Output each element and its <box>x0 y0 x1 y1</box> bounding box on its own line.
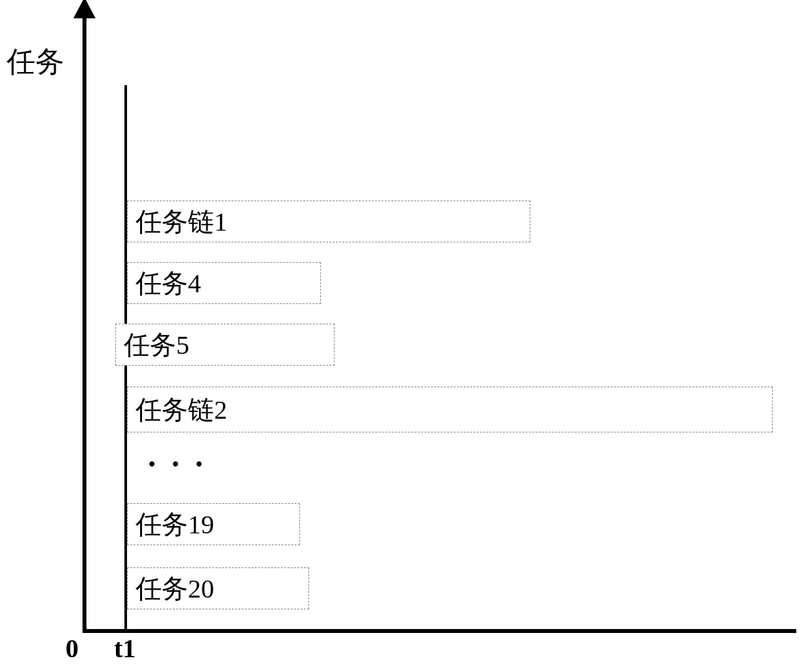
bar-task-chain-2: 任务链2 <box>127 387 773 432</box>
x-axis-line <box>83 629 796 633</box>
bar-label: 任务链2 <box>136 392 227 428</box>
bar-task-chain-1: 任务链1 <box>127 201 530 242</box>
bar-task-20: 任务20 <box>127 567 309 609</box>
bar-label: 任务19 <box>136 507 214 543</box>
x-tick-origin: 0 <box>65 633 79 664</box>
ellipsis-icon: . . . <box>148 438 207 474</box>
bar-label: 任务链1 <box>136 204 227 240</box>
bar-task-5: 任务5 <box>115 324 335 366</box>
bar-label: 任务20 <box>136 571 214 607</box>
y-axis-line <box>83 13 86 632</box>
x-tick-t1: t1 <box>114 633 136 664</box>
y-axis-label: 任务 <box>7 43 64 81</box>
bar-label: 任务4 <box>136 265 201 301</box>
bar-task-4: 任务4 <box>127 262 321 304</box>
bar-task-19: 任务19 <box>127 503 300 545</box>
bar-label: 任务5 <box>124 327 189 363</box>
chart-stage: 任务 0 t1 任务链1 任务4 任务5 任务链2 . . . 任务19 任务2… <box>0 0 812 669</box>
